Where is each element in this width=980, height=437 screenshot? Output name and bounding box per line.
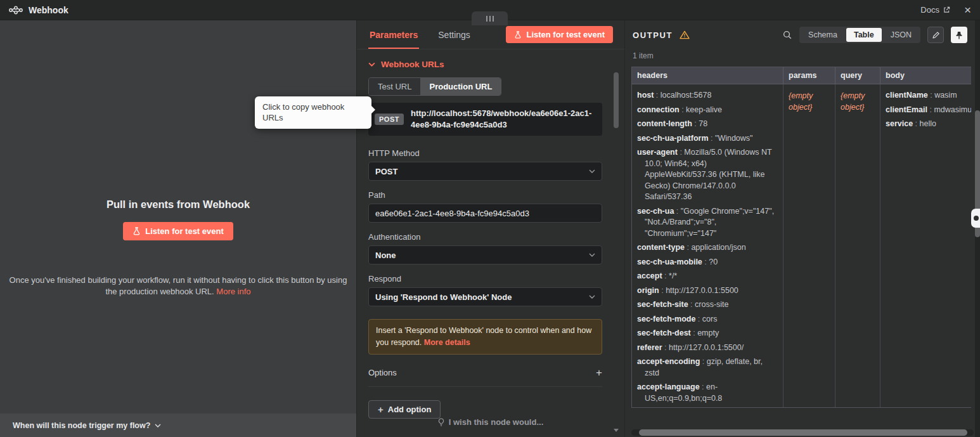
add-option-label: Add option: [388, 405, 432, 414]
kv-entry: content-type : application/json: [637, 242, 778, 254]
kv-entry: sec-ch-ua : "Google Chrome";v="147", "No…: [637, 206, 778, 240]
view-table[interactable]: Table: [846, 28, 882, 42]
chevron-down-icon: [155, 424, 161, 427]
output-vertical-scrollbar[interactable]: [975, 20, 980, 437]
node-wish-link[interactable]: I wish this node would...: [357, 417, 624, 427]
options-row: Options +: [368, 367, 602, 387]
edit-output-button[interactable]: [927, 27, 944, 43]
tab-parameters[interactable]: Parameters: [368, 22, 419, 49]
kv-entry: origin : http://127.0.0.1:5500: [637, 285, 778, 297]
assistant-icon: [974, 216, 979, 221]
scrollbar-thumb[interactable]: [639, 429, 967, 436]
kv-entry: sec-fetch-mode : cors: [637, 314, 778, 325]
view-schema[interactable]: Schema: [801, 28, 845, 42]
search-icon[interactable]: [782, 30, 792, 40]
scrollbar-thumb[interactable]: [614, 72, 619, 128]
node-title: Webhook: [29, 5, 68, 15]
column-header-query[interactable]: query: [835, 67, 880, 84]
output-header: OUTPUT Schema Table JSON: [625, 20, 975, 49]
respond-notice: Insert a 'Respond to Webhook' node to co…: [368, 319, 602, 355]
output-title: OUTPUT: [633, 30, 673, 40]
kv-entry: content-length : 78: [637, 119, 778, 130]
pin-data-button[interactable]: [951, 27, 967, 43]
more-details-link[interactable]: More details: [424, 338, 470, 347]
add-option-button[interactable]: + Add option: [368, 400, 441, 419]
trigger-heading: Pull in events from Webhook: [0, 199, 356, 211]
authentication-value: None: [375, 251, 396, 260]
chevron-down-icon: [589, 169, 595, 173]
path-input[interactable]: [368, 204, 602, 223]
http-method-badge: POST: [375, 114, 404, 125]
kv-entry: connection : keep-alive: [637, 105, 778, 116]
path-label: Path: [368, 190, 602, 200]
trigger-faq-label: When will this node trigger my flow?: [13, 421, 150, 430]
more-info-link[interactable]: More info: [216, 287, 250, 296]
copy-webhook-tooltip: Click to copy webhook URLs: [255, 96, 371, 129]
docs-link[interactable]: Docs: [920, 5, 950, 15]
input-panel: Pull in events from Webhook Listen for t…: [0, 20, 356, 437]
kv-entry: user-agent : Mozilla/5.0 (Windows NT 10.…: [637, 147, 778, 203]
output-horizontal-scrollbar[interactable]: [631, 429, 974, 436]
output-panel: OUTPUT Schema Table JSON 1 item: [624, 20, 975, 437]
options-label: Options: [368, 368, 397, 377]
assistant-button[interactable]: [971, 209, 980, 228]
column-header-params[interactable]: params: [783, 67, 835, 84]
test-url-tab[interactable]: Test URL: [369, 78, 420, 95]
flask-icon: [132, 227, 141, 235]
kv-entry: accept : */*: [637, 271, 778, 282]
add-option-plus-icon[interactable]: +: [596, 367, 602, 378]
authentication-select[interactable]: None: [368, 245, 602, 264]
webhook-urls-section-toggle[interactable]: Webhook URLs: [368, 60, 602, 69]
webhook-url-copy[interactable]: POST http://localhost:5678/webhook/ea6e0…: [368, 103, 602, 136]
items-count: 1 item: [625, 49, 975, 65]
n8n-logo-icon: [9, 6, 23, 15]
close-icon[interactable]: ×: [964, 4, 971, 16]
url-mode-segmented: Test URL Production URL: [368, 77, 501, 96]
tab-settings[interactable]: Settings: [437, 22, 472, 49]
http-method-select[interactable]: POST: [368, 162, 602, 181]
production-hint: Once you've finished building your workf…: [7, 275, 349, 297]
output-view-switcher: Schema Table JSON: [799, 27, 920, 43]
kv-entry: sec-ch-ua-mobile : ?0: [637, 257, 778, 268]
listen-test-event-button-top[interactable]: Listen for test event: [506, 26, 613, 43]
panel-drag-handle[interactable]: [472, 11, 508, 25]
production-url-tab[interactable]: Production URL: [420, 78, 501, 95]
webhook-node-detail-view: Webhook Docs × Pull in events from Webho…: [0, 0, 980, 437]
plus-icon: +: [378, 405, 384, 414]
warning-icon: [680, 30, 690, 39]
external-link-icon: [943, 6, 950, 13]
kv-entry: service : hello: [886, 119, 971, 130]
lightbulb-icon: [438, 418, 444, 427]
query-cell: {empty object}: [835, 84, 880, 407]
scroll-down-arrow-icon[interactable]: [614, 429, 619, 432]
kv-entry: sec-ch-ua-platform : "Windows": [637, 133, 778, 145]
kv-entry: referer : http://127.0.0.1:5500/: [637, 342, 778, 354]
kv-entry: clientEmail : mdwasimu: [886, 105, 971, 116]
kv-entry: host : localhost:5678: [637, 90, 778, 101]
respond-select[interactable]: Using 'Respond to Webhook' Node: [368, 287, 602, 306]
listen-test-event-button[interactable]: Listen for test event: [123, 222, 233, 240]
flask-icon: [514, 31, 522, 39]
authentication-label: Authentication: [368, 232, 602, 242]
kv-entry: accept-language : en-US,en;q=0.9,bn;q=0.…: [637, 382, 778, 404]
kv-entry: accept-encoding : gzip, deflate, br, zst…: [637, 356, 778, 379]
kv-entry: sec-fetch-dest : empty: [637, 328, 778, 339]
listen-button-label: Listen for test event: [526, 30, 605, 39]
wish-label: I wish this node would...: [449, 417, 544, 427]
http-method-value: POST: [375, 167, 397, 176]
kv-entry: sec-fetch-site : cross-site: [637, 299, 778, 311]
parameters-scrollbar[interactable]: [614, 52, 619, 427]
column-header-headers[interactable]: headers: [632, 67, 783, 84]
webhook-url-text: http://localhost:5678/webhook/ea6e06e1-2…: [411, 108, 596, 131]
respond-value: Using 'Respond to Webhook' Node: [375, 292, 512, 302]
chevron-down-icon: [589, 253, 595, 257]
view-json[interactable]: JSON: [883, 28, 919, 42]
chevron-down-icon: [589, 295, 595, 299]
column-header-body[interactable]: body: [880, 67, 971, 84]
trigger-faq-toggle[interactable]: When will this node trigger my flow?: [0, 414, 356, 437]
http-method-label: HTTP Method: [368, 148, 602, 158]
headers-cell: host : localhost:5678connection : keep-a…: [632, 84, 783, 407]
webhook-urls-label: Webhook URLs: [381, 60, 444, 69]
body-cell: clientName : wasimclientEmail : mdwasimu…: [880, 84, 971, 407]
trigger-prompt: Pull in events from Webhook Listen for t…: [0, 199, 356, 297]
